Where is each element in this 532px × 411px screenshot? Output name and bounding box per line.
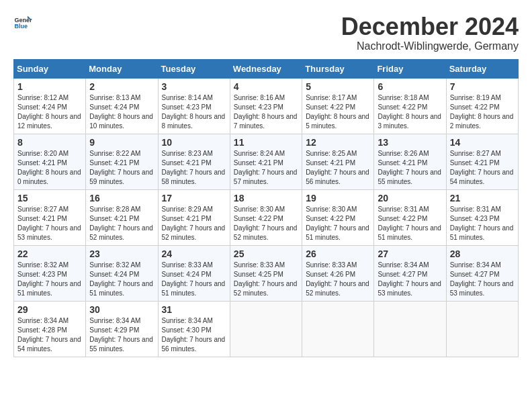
day-info: Sunrise: 8:17 AMSunset: 4:22 PMDaylight:… — [306, 93, 370, 131]
day-info: Sunrise: 8:28 AMSunset: 4:21 PMDaylight:… — [89, 205, 154, 242]
day-info: Sunrise: 8:13 AMSunset: 4:24 PMDaylight:… — [89, 93, 154, 131]
calendar-header-row: SundayMondayTuesdayWednesdayThursdayFrid… — [14, 59, 519, 78]
calendar-cell: 3Sunrise: 8:14 AMSunset: 4:23 PMDaylight… — [158, 78, 230, 134]
day-number: 15 — [17, 193, 82, 203]
calendar-header-tuesday: Tuesday — [158, 59, 230, 78]
calendar-cell: 20Sunrise: 8:31 AMSunset: 4:22 PMDayligh… — [374, 189, 446, 245]
day-number: 21 — [450, 193, 515, 203]
calendar-table: SundayMondayTuesdayWednesdayThursdayFrid… — [13, 59, 519, 357]
day-info: Sunrise: 8:27 AMSunset: 4:21 PMDaylight:… — [450, 149, 515, 187]
calendar-cell: 4Sunrise: 8:16 AMSunset: 4:23 PMDaylight… — [230, 78, 302, 134]
svg-text:General: General — [14, 17, 32, 24]
calendar-cell: 12Sunrise: 8:25 AMSunset: 4:21 PMDayligh… — [302, 134, 374, 189]
calendar-week-row: 29Sunrise: 8:34 AMSunset: 4:28 PMDayligh… — [14, 301, 519, 357]
svg-text:Blue: Blue — [14, 23, 28, 30]
day-number: 8 — [17, 137, 82, 148]
day-number: 18 — [234, 193, 298, 203]
day-info: Sunrise: 8:31 AMSunset: 4:22 PMDaylight:… — [378, 205, 442, 242]
calendar-cell: 1Sunrise: 8:12 AMSunset: 4:24 PMDaylight… — [14, 78, 86, 134]
day-info: Sunrise: 8:22 AMSunset: 4:21 PMDaylight:… — [89, 149, 154, 187]
calendar-cell: 16Sunrise: 8:28 AMSunset: 4:21 PMDayligh… — [86, 189, 158, 245]
day-info: Sunrise: 8:33 AMSunset: 4:24 PMDaylight:… — [162, 261, 226, 298]
day-info: Sunrise: 8:30 AMSunset: 4:22 PMDaylight:… — [306, 205, 370, 242]
logo: General Blue — [13, 13, 32, 32]
day-number: 23 — [89, 248, 154, 259]
day-info: Sunrise: 8:27 AMSunset: 4:21 PMDaylight:… — [17, 205, 82, 242]
calendar-cell: 26Sunrise: 8:33 AMSunset: 4:26 PMDayligh… — [302, 245, 374, 301]
calendar-cell: 7Sunrise: 8:19 AMSunset: 4:22 PMDaylight… — [446, 78, 518, 134]
day-number: 31 — [162, 304, 226, 315]
day-number: 28 — [450, 248, 515, 259]
calendar-cell: 10Sunrise: 8:23 AMSunset: 4:21 PMDayligh… — [158, 134, 230, 189]
day-number: 19 — [306, 193, 370, 203]
calendar-cell: 2Sunrise: 8:13 AMSunset: 4:24 PMDaylight… — [86, 78, 158, 134]
day-info: Sunrise: 8:20 AMSunset: 4:21 PMDaylight:… — [17, 149, 82, 187]
page-title: December 2024 — [341, 13, 519, 40]
page-subtitle: Nachrodt-Wiblingwerde, Germany — [341, 40, 519, 52]
day-info: Sunrise: 8:32 AMSunset: 4:23 PMDaylight:… — [17, 261, 82, 298]
calendar-header-sunday: Sunday — [14, 59, 86, 78]
day-info: Sunrise: 8:34 AMSunset: 4:27 PMDaylight:… — [450, 261, 515, 298]
day-info: Sunrise: 8:34 AMSunset: 4:28 PMDaylight:… — [17, 316, 82, 354]
calendar-header-saturday: Saturday — [446, 59, 518, 78]
calendar-cell — [302, 301, 374, 357]
day-info: Sunrise: 8:29 AMSunset: 4:21 PMDaylight:… — [162, 205, 226, 242]
day-number: 13 — [378, 137, 442, 148]
day-info: Sunrise: 8:33 AMSunset: 4:26 PMDaylight:… — [306, 261, 370, 298]
calendar-header-monday: Monday — [86, 59, 158, 78]
calendar-cell: 15Sunrise: 8:27 AMSunset: 4:21 PMDayligh… — [14, 189, 86, 245]
calendar-cell: 27Sunrise: 8:34 AMSunset: 4:27 PMDayligh… — [374, 245, 446, 301]
calendar-week-row: 22Sunrise: 8:32 AMSunset: 4:23 PMDayligh… — [14, 245, 519, 301]
calendar-cell: 9Sunrise: 8:22 AMSunset: 4:21 PMDaylight… — [86, 134, 158, 189]
day-number: 22 — [17, 248, 82, 259]
calendar-cell — [230, 301, 302, 357]
calendar-cell: 24Sunrise: 8:33 AMSunset: 4:24 PMDayligh… — [158, 245, 230, 301]
day-number: 17 — [162, 193, 226, 203]
calendar-cell: 8Sunrise: 8:20 AMSunset: 4:21 PMDaylight… — [14, 134, 86, 189]
day-number: 14 — [450, 137, 515, 148]
day-info: Sunrise: 8:23 AMSunset: 4:21 PMDaylight:… — [162, 149, 226, 187]
day-info: Sunrise: 8:32 AMSunset: 4:24 PMDaylight:… — [89, 261, 154, 298]
day-info: Sunrise: 8:14 AMSunset: 4:23 PMDaylight:… — [162, 93, 226, 131]
calendar-cell: 11Sunrise: 8:24 AMSunset: 4:21 PMDayligh… — [230, 134, 302, 189]
calendar-cell: 5Sunrise: 8:17 AMSunset: 4:22 PMDaylight… — [302, 78, 374, 134]
day-info: Sunrise: 8:24 AMSunset: 4:21 PMDaylight:… — [234, 149, 298, 187]
calendar-cell: 30Sunrise: 8:34 AMSunset: 4:29 PMDayligh… — [86, 301, 158, 357]
day-number: 20 — [378, 193, 442, 203]
day-number: 16 — [89, 193, 154, 203]
calendar-cell: 19Sunrise: 8:30 AMSunset: 4:22 PMDayligh… — [302, 189, 374, 245]
calendar-week-row: 1Sunrise: 8:12 AMSunset: 4:24 PMDaylight… — [14, 78, 519, 134]
day-info: Sunrise: 8:18 AMSunset: 4:22 PMDaylight:… — [378, 93, 442, 131]
calendar-cell: 13Sunrise: 8:26 AMSunset: 4:21 PMDayligh… — [374, 134, 446, 189]
day-number: 7 — [450, 81, 515, 92]
day-number: 26 — [306, 248, 370, 259]
calendar-cell — [374, 301, 446, 357]
day-info: Sunrise: 8:26 AMSunset: 4:21 PMDaylight:… — [378, 149, 442, 187]
calendar-cell: 22Sunrise: 8:32 AMSunset: 4:23 PMDayligh… — [14, 245, 86, 301]
day-info: Sunrise: 8:25 AMSunset: 4:21 PMDaylight:… — [306, 149, 370, 187]
day-number: 30 — [89, 304, 154, 315]
calendar-header-friday: Friday — [374, 59, 446, 78]
day-number: 25 — [234, 248, 298, 259]
day-info: Sunrise: 8:34 AMSunset: 4:30 PMDaylight:… — [162, 316, 226, 354]
day-number: 12 — [306, 137, 370, 148]
calendar-cell: 31Sunrise: 8:34 AMSunset: 4:30 PMDayligh… — [158, 301, 230, 357]
day-info: Sunrise: 8:33 AMSunset: 4:25 PMDaylight:… — [234, 261, 298, 298]
calendar-cell: 29Sunrise: 8:34 AMSunset: 4:28 PMDayligh… — [14, 301, 86, 357]
day-number: 29 — [17, 304, 82, 315]
day-number: 24 — [162, 248, 226, 259]
page-header: General Blue December 2024 Nachrodt-Wibl… — [13, 13, 519, 52]
calendar-week-row: 15Sunrise: 8:27 AMSunset: 4:21 PMDayligh… — [14, 189, 519, 245]
calendar-cell: 21Sunrise: 8:31 AMSunset: 4:23 PMDayligh… — [446, 189, 518, 245]
calendar-cell: 28Sunrise: 8:34 AMSunset: 4:27 PMDayligh… — [446, 245, 518, 301]
day-info: Sunrise: 8:30 AMSunset: 4:22 PMDaylight:… — [234, 205, 298, 242]
calendar-cell: 14Sunrise: 8:27 AMSunset: 4:21 PMDayligh… — [446, 134, 518, 189]
calendar-cell: 6Sunrise: 8:18 AMSunset: 4:22 PMDaylight… — [374, 78, 446, 134]
calendar-cell: 18Sunrise: 8:30 AMSunset: 4:22 PMDayligh… — [230, 189, 302, 245]
day-info: Sunrise: 8:19 AMSunset: 4:22 PMDaylight:… — [450, 93, 515, 131]
calendar-cell: 25Sunrise: 8:33 AMSunset: 4:25 PMDayligh… — [230, 245, 302, 301]
day-number: 1 — [17, 81, 82, 92]
day-number: 10 — [162, 137, 226, 148]
calendar-header-thursday: Thursday — [302, 59, 374, 78]
day-number: 6 — [378, 81, 442, 92]
